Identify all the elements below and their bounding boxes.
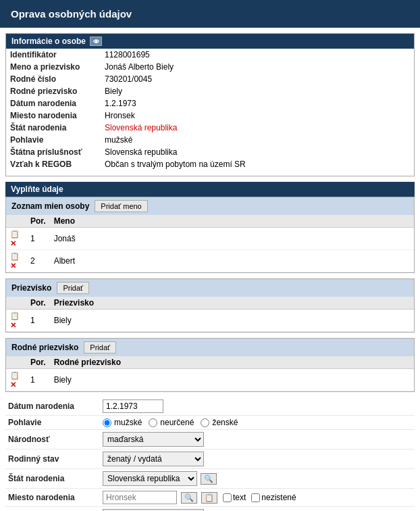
rodinny-stav-row: Rodinný stav ženatý / vydatá slobodný / … bbox=[5, 449, 415, 469]
pohlavie-control: mužské neurčené ženské bbox=[103, 418, 412, 427]
form-fields: Dátum narodenia Pohlavie mužské neurčené bbox=[5, 397, 415, 511]
info-row: Štát narodeniaSlovenská republika bbox=[6, 122, 414, 134]
priezvisko-table: Por. Priezvisko 📋 ✕ 1 Biely bbox=[6, 297, 414, 332]
miesto-label: Miesto narodenia bbox=[8, 493, 103, 502]
names-section: Zoznam mien osoby Pridať meno Por. Meno … bbox=[5, 197, 415, 273]
copy-icon[interactable]: 📋 bbox=[10, 312, 20, 320]
priezvisko-col-por: Por. bbox=[26, 297, 50, 310]
info-row: Rodné číslo730201/0045 bbox=[6, 73, 414, 85]
pohlavie-zenske-radio[interactable] bbox=[201, 418, 209, 427]
info-row: Rodné priezviskoBiely bbox=[6, 85, 414, 97]
okres-row: Okres narodenia Banská Bystrica bbox=[5, 507, 415, 511]
stat-narodenia-label: Štát narodenia bbox=[8, 474, 103, 483]
narodnost-label: Národnosť bbox=[8, 435, 103, 444]
copy-icon[interactable]: 📋 bbox=[10, 252, 20, 260]
priezvisko-row: 📋 ✕ 1 Biely bbox=[6, 310, 414, 332]
eye-icon[interactable]: 👁 bbox=[90, 36, 102, 46]
delete-icon[interactable]: ✕ bbox=[10, 239, 16, 247]
pohlavie-muzske-radio[interactable] bbox=[103, 418, 111, 427]
pohlavie-row: Pohlavie mužské neurčené ženské bbox=[5, 416, 415, 430]
info-table: Identifikátor1128001695Meno a priezvisko… bbox=[6, 49, 414, 170]
rodinny-stav-select[interactable]: ženatý / vydatá slobodný / slobodná rozv… bbox=[103, 452, 204, 466]
copy-icon[interactable]: 📋 bbox=[10, 230, 20, 238]
stat-narodenia-row: Štát narodenia Slovenská republika Česká… bbox=[5, 469, 415, 489]
delete-icon[interactable]: ✕ bbox=[10, 321, 16, 329]
rodne-col-header: Rodné priezvisko bbox=[50, 356, 414, 369]
narodnost-select[interactable]: maďarská slovenská česká bbox=[103, 432, 204, 447]
nezistene-label: nezistené bbox=[261, 493, 296, 502]
priezvisko-title: Priezvisko bbox=[11, 283, 51, 293]
miesto-control: 🔍 📋 text nezistené bbox=[103, 491, 412, 504]
nezistene-checkbox-label[interactable]: nezistené bbox=[251, 493, 296, 502]
names-table: Por. Meno 📋 ✕ 1 Jonáš 📋 ✕ 2 Albert bbox=[6, 215, 414, 272]
pohlavie-neurcene[interactable]: neurčené bbox=[149, 418, 194, 427]
pohlavie-muzske[interactable]: mužské bbox=[103, 418, 142, 427]
datum-label: Dátum narodenia bbox=[8, 402, 103, 411]
info-section-title: Informácie o osobe 👁 bbox=[6, 34, 414, 49]
narodnost-control: maďarská slovenská česká bbox=[103, 432, 412, 447]
add-priezvisko-button[interactable]: Pridať bbox=[57, 282, 89, 294]
priezvisko-header: Priezvisko Pridať bbox=[6, 279, 414, 297]
copy-icon[interactable]: 📋 bbox=[10, 371, 20, 379]
pohlavie-zenske[interactable]: ženské bbox=[201, 418, 238, 427]
info-row: Pohlaviemužské bbox=[6, 134, 414, 146]
rodinny-stav-control: ženatý / vydatá slobodný / slobodná rozv… bbox=[103, 452, 412, 466]
miesto-icon-btn[interactable]: 📋 bbox=[201, 492, 217, 504]
rodne-priezvisko-table: Por. Rodné priezvisko 📋 ✕ 1 Biely bbox=[6, 356, 414, 391]
pohlavie-neurcene-radio[interactable] bbox=[149, 418, 157, 427]
rodinny-stav-label: Rodinný stav bbox=[8, 454, 103, 464]
nezistene-checkbox[interactable] bbox=[251, 493, 260, 502]
datum-control bbox=[103, 399, 412, 413]
text-checkbox[interactable] bbox=[223, 493, 232, 502]
delete-icon[interactable]: ✕ bbox=[10, 381, 16, 389]
rodne-priezvisko-section: Rodné priezvisko Pridať Por. Rodné priez… bbox=[5, 338, 415, 392]
info-row: Meno a priezviskoJonáš Alberto Biely bbox=[6, 61, 414, 73]
names-col-por: Por. bbox=[26, 215, 50, 228]
stat-narodenia-select[interactable]: Slovenská republika Česká republika bbox=[103, 471, 197, 486]
datum-input[interactable] bbox=[103, 399, 163, 413]
names-section-header: Zoznam mien osoby Pridať meno bbox=[6, 197, 414, 215]
text-label: text bbox=[233, 493, 246, 502]
rodne-priezvisko-title: Rodné priezvisko bbox=[11, 343, 78, 352]
names-row: 📋 ✕ 1 Jonáš bbox=[6, 228, 414, 250]
fill-section-title: Vyplňte údaje bbox=[5, 182, 415, 197]
add-name-button[interactable]: Pridať meno bbox=[95, 200, 147, 212]
text-checkbox-label[interactable]: text bbox=[223, 493, 246, 502]
names-col-meno: Meno bbox=[50, 215, 414, 228]
delete-icon[interactable]: ✕ bbox=[10, 262, 16, 270]
stat-narodenia-control: Slovenská republika Česká republika 🔍 bbox=[103, 471, 412, 486]
rodne-row: 📋 ✕ 1 Biely bbox=[6, 369, 414, 391]
info-section: Informácie o osobe 👁 Identifikátor112800… bbox=[5, 33, 415, 176]
names-title: Zoznam mien osoby bbox=[11, 201, 89, 211]
datum-row: Dátum narodenia bbox=[5, 397, 415, 416]
pohlavie-label: Pohlavie bbox=[8, 418, 103, 427]
info-row: Vzťah k REGOBObčan s trvalým pobytom na … bbox=[6, 158, 414, 170]
page-title: Oprava osobných údajov bbox=[0, 0, 420, 28]
priezvisko-section: Priezvisko Pridať Por. Priezvisko 📋 ✕ 1 … bbox=[5, 278, 415, 333]
info-row: Štátna príslušnosťSlovenská republika bbox=[6, 146, 414, 158]
info-row: Miesto narodeniaHronsek bbox=[6, 110, 414, 122]
miesto-search-btn[interactable]: 🔍 bbox=[181, 492, 197, 504]
rodne-priezvisko-header: Rodné priezvisko Pridať bbox=[6, 339, 414, 356]
info-row: Dátum narodenia1.2.1973 bbox=[6, 97, 414, 110]
names-row: 📋 ✕ 2 Albert bbox=[6, 250, 414, 272]
add-rodne-priezvisko-button[interactable]: Pridať bbox=[84, 341, 116, 354]
miesto-input[interactable] bbox=[103, 491, 177, 504]
miesto-row: Miesto narodenia 🔍 📋 text nezistené bbox=[5, 489, 415, 507]
stat-narodenia-search-btn[interactable]: 🔍 bbox=[201, 473, 217, 485]
info-row: Identifikátor1128001695 bbox=[6, 49, 414, 61]
narodnost-row: Národnosť maďarská slovenská česká bbox=[5, 430, 415, 449]
rodne-col-por: Por. bbox=[26, 356, 50, 369]
priezvisko-col-header: Priezvisko bbox=[50, 297, 414, 310]
